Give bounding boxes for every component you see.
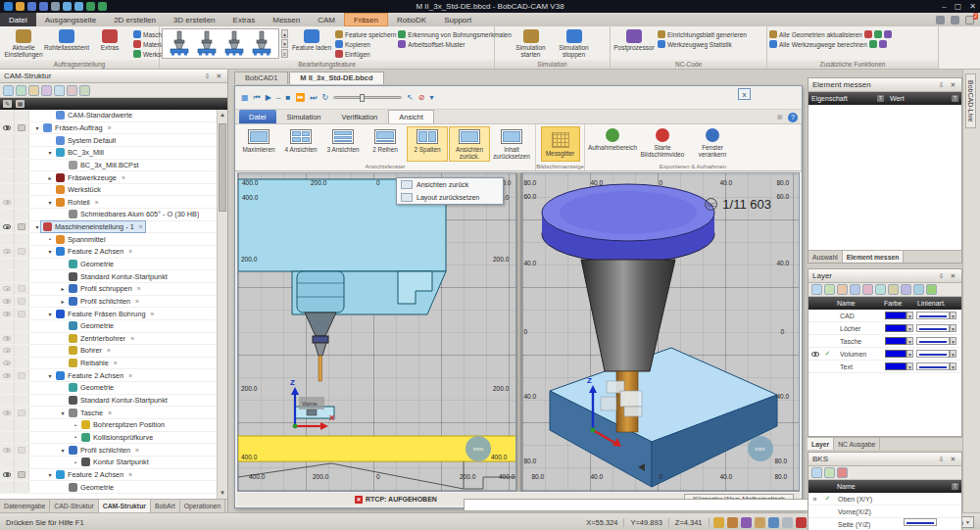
dropdown-icon[interactable]: ▼ [906,337,913,345]
feature-gallery[interactable] [162,28,279,59]
tab-operationen[interactable]: Operationen [180,500,225,512]
button-einf-gen[interactable]: Einfügen [335,50,396,58]
visibility-cell[interactable] [0,345,15,357]
menu-item-ansichten-zur-ck[interactable]: Ansichten zurück [397,178,503,191]
color-swatch[interactable] [885,350,906,358]
tree-row[interactable]: •Bohrerspitzen Position [0,419,227,432]
tree-item[interactable]: BC_3x_Mill [54,147,106,158]
dropdown-icon[interactable]: ▼ [950,337,956,345]
tree-item[interactable]: Fräswerkzeuge» [54,172,128,183]
tree-row[interactable]: ▾Feature 2 Achsen» [0,369,227,382]
options-chevron-icon[interactable]: » [114,360,119,366]
button-feature-speichern[interactable]: Feature speichern [335,30,396,38]
tab-element-messen[interactable]: Element messen [843,251,905,263]
tab-support[interactable]: Support [435,13,480,26]
filter-icon[interactable]: T [952,95,958,102]
tree-row[interactable]: ▸Profil schruppen» [0,283,227,296]
tree-row[interactable]: Zentrierbohrer» [0,333,227,346]
edit-cell[interactable] [15,395,29,407]
edit-cell[interactable] [15,147,29,159]
tree-row[interactable]: •Kontur Startpunkt [0,457,227,469]
app-logo-icon[interactable] [4,2,13,11]
button-rohteilassistent[interactable]: Rohteilassistent [45,27,88,60]
visibility-cell[interactable] [0,308,15,319]
tree-item[interactable]: Spannmittel [54,234,108,245]
dropdown-icon[interactable]: ▾ [430,93,434,102]
visibility-cell[interactable] [0,259,15,270]
visibility-cell[interactable] [0,432,15,444]
close-icon[interactable]: ✕ [949,455,957,463]
tree-item[interactable]: Kontur Startpunkt [79,457,151,467]
expander-icon[interactable]: ▾ [46,471,54,478]
edit-cell[interactable] [15,432,29,444]
visibility-cell[interactable] [0,457,15,468]
tab-auswahl[interactable]: Auswahl [808,251,843,263]
record-icon[interactable]: ⊘ [418,93,425,102]
color-swatch[interactable] [885,362,906,370]
sim-tab-verifikation[interactable]: Verifikation [332,110,388,123]
bks-tool-icon[interactable] [837,467,848,478]
tree-scrollbar[interactable]: ▲▼ [217,110,227,499]
expander-icon[interactable]: ▸ [59,285,67,292]
edit-cell[interactable] [15,320,29,332]
visibility-cell[interactable] [0,270,15,282]
dropdown-icon[interactable]: ▼ [950,350,956,358]
expander-icon[interactable]: ▾ [59,410,67,416]
dropdown-icon[interactable]: ▼ [950,312,956,319]
pin-icon[interactable]: ⇩ [937,80,946,89]
visibility-cell[interactable] [0,110,15,121]
dropdown-icon[interactable]: ▼ [950,324,956,332]
save-all-icon[interactable] [39,2,48,11]
filter-icon[interactable]: T [877,95,884,102]
post-icon[interactable] [54,85,65,96]
view-button-max[interactable]: Maximieren [238,126,279,162]
layer-tool-icon[interactable] [888,284,899,295]
visibility-cell[interactable] [0,147,15,159]
button-aktuelle-einstellungen[interactable]: Aktuelle Einstellungen [2,27,45,60]
layer-tool-icon[interactable] [901,284,911,295]
tree-row[interactable]: ▾Rohteil» [0,196,227,209]
tree-item[interactable]: Rohteil» [54,197,101,208]
linestyle-swatch[interactable] [916,312,950,319]
pin-icon[interactable]: ⇩ [937,455,946,463]
tree-item[interactable]: Standard Kontur-Startpunkt [67,395,170,406]
extra-icon[interactable] [869,40,877,48]
viewport-front[interactable]: Vorne Z X mm Ansichten zurückLayout zurü… [237,172,516,492]
tree-item[interactable]: Tasche» [67,408,115,418]
bks-active-cell[interactable]: ✓ [821,495,834,503]
tab-2d-erstellen[interactable]: 2D erstellen [105,13,165,26]
tree-row[interactable]: ▾Feature 2 Achsen» [0,469,227,482]
tree-item[interactable]: Feature 2 Achsen» [54,370,135,381]
tree-item[interactable]: Standard Kontur-Startpunkt [67,271,170,282]
ucs-icon[interactable] [727,517,738,528]
extra-icon[interactable] [879,40,887,48]
options-chevron-icon[interactable]: » [151,311,156,317]
color-swatch[interactable] [885,337,906,345]
layer-tool-icon[interactable] [926,284,937,295]
visibility-cell[interactable] [0,283,15,295]
loop-icon[interactable]: ↻ [321,93,328,102]
edit-cell[interactable] [15,233,29,245]
bks-row[interactable]: Vorne(X/Z) [808,506,961,518]
tree-item[interactable]: Geometrie [67,482,116,493]
tree-item[interactable]: System Default [54,135,118,146]
tab-cad-struktur[interactable]: CAD-Struktur [50,500,98,512]
tree-item[interactable]: Werkstück [54,184,103,195]
edit-cell[interactable] [15,369,29,381]
button-aufnahmebereich[interactable]: Aufnahmebereich [588,126,637,162]
extra-icon[interactable] [884,30,892,38]
layer-visibility-cell[interactable] [808,352,821,357]
color-swatch[interactable] [885,312,906,319]
play-icon[interactable]: ▶ [266,93,271,102]
layer-tool-icon[interactable] [837,284,848,295]
options-chevron-icon[interactable]: » [128,248,133,255]
options-icon[interactable]: ≋ [776,113,783,122]
help-icon[interactable]: ? [788,113,798,122]
visibility-cell[interactable] [0,122,15,134]
expander-icon[interactable]: ▾ [46,311,54,317]
expander-icon[interactable]: ▾ [46,199,54,206]
visibility-cell[interactable] [0,221,15,233]
color-swatch[interactable] [885,324,906,332]
bobcad-live-tab[interactable]: BobCAD-Live [965,73,976,128]
expander-icon[interactable]: ▾ [46,372,54,379]
